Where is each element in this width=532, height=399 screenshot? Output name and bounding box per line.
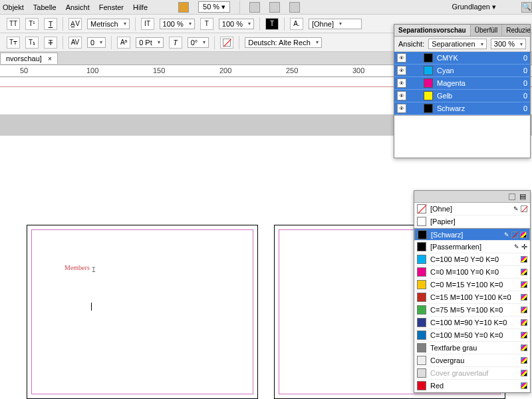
swatch-row[interactable]: C=100 M=50 Y=0 K=0: [414, 329, 530, 342]
swatch-name: Textfarbe grau: [430, 344, 477, 352]
swatch-row[interactable]: C=75 M=5 Y=100 K=0: [414, 304, 530, 317]
edit-locked-icon: ✎: [514, 243, 519, 250]
swatch-name: [Papier]: [430, 217, 456, 225]
menu-objekt[interactable]: Objekt: [3, 3, 24, 11]
visibility-toggle[interactable]: 👁: [397, 104, 406, 113]
document-tab[interactable]: nvorschau] ×: [0, 53, 58, 64]
swatch-name: C=75 M=5 Y=100 K=0: [430, 306, 503, 314]
ink-name: Gelb: [437, 92, 452, 100]
swatches-panel[interactable]: ▤ [Ohne]✎[Papier][Schwarz]✎[Passermarken…: [414, 190, 531, 393]
swatch-row[interactable]: Textfarbe grau: [414, 342, 530, 354]
menu-tabelle[interactable]: Tabelle: [33, 3, 57, 11]
separations-panel[interactable]: Separationsvorschau Überfüll Reduzie Ans…: [394, 24, 531, 158]
separation-row[interactable]: 👁Schwarz0: [394, 102, 530, 115]
swatch-row[interactable]: [Schwarz]✎: [414, 228, 530, 241]
panel-menu-icon[interactable]: ▤: [519, 192, 526, 201]
none-swatch-icon: [417, 204, 426, 213]
ink-value: 0: [523, 92, 527, 100]
registration-icon: ✛: [521, 243, 527, 251]
visibility-toggle[interactable]: 👁: [397, 53, 406, 63]
arrange-icon[interactable]: [289, 2, 300, 13]
fill-proxy-icon[interactable]: [509, 194, 515, 200]
superscript-button[interactable]: TT: [7, 18, 20, 30]
process-color-icon: [521, 357, 527, 364]
search-icon[interactable]: 🔍: [521, 2, 532, 13]
skew-icon: T: [169, 37, 182, 49]
swatch-color-icon: [417, 343, 426, 352]
close-tab-icon[interactable]: ×: [48, 55, 52, 63]
view-mode-select[interactable]: Separationen: [428, 39, 487, 49]
underline-button[interactable]: T: [44, 18, 57, 30]
swatch-row[interactable]: C=0 M=100 Y=0 K=0: [414, 266, 530, 279]
ibeam-cursor-icon: 𝙸: [91, 265, 95, 273]
visibility-toggle[interactable]: 👁: [397, 66, 406, 75]
visibility-toggle[interactable]: 👁: [397, 91, 406, 100]
swatch-color-icon: [417, 293, 426, 302]
menu-fenster[interactable]: Fenster: [99, 3, 124, 11]
bridge-icon[interactable]: [178, 2, 189, 13]
swatch-color-icon: [417, 381, 426, 390]
separation-row[interactable]: 👁CMYK0: [394, 52, 530, 65]
nocolor-icon[interactable]: [220, 37, 233, 49]
swatch-row[interactable]: C=100 M=0 Y=0 K=0: [414, 253, 530, 266]
process-color-icon: [521, 269, 527, 275]
tab-separations[interactable]: Separationsvorschau: [394, 25, 471, 36]
edit-locked-icon: ✎: [504, 231, 509, 238]
tab-flatten[interactable]: Reduzie: [502, 25, 532, 36]
swatch-row[interactable]: [Ohne]✎: [414, 203, 530, 215]
smallcaps-button[interactable]: T¹: [25, 18, 39, 30]
view-options-icon[interactable]: [249, 2, 260, 13]
swatch-name: C=100 M=0 Y=0 K=0: [430, 255, 499, 263]
swatch-row[interactable]: C=0 M=15 Y=100 K=0: [414, 279, 530, 291]
swatch-color-icon: [418, 230, 427, 239]
hscale-select[interactable]: 100 %: [160, 19, 195, 29]
vscale-select[interactable]: 100 %: [219, 19, 254, 29]
swatch-row[interactable]: [Papier]: [414, 215, 530, 228]
allcaps-button[interactable]: Tᴛ: [7, 37, 20, 49]
tracking-select[interactable]: 0: [87, 37, 106, 48]
charstyle-select[interactable]: [Ohne]: [309, 19, 362, 29]
ink-name: Schwarz: [437, 104, 465, 112]
charcolor-icon[interactable]: T: [265, 18, 279, 30]
baseline-select[interactable]: 0 Pt: [136, 37, 164, 48]
separation-row[interactable]: 👁Cyan0: [394, 65, 530, 77]
swatches-list: [Ohne]✎[Papier][Schwarz]✎[Passermarken]✎…: [414, 203, 530, 392]
swatch-color-icon: [417, 217, 426, 226]
menu-hilfe[interactable]: Hilfe: [133, 3, 148, 11]
swatch-row[interactable]: Cover grauverlauf: [414, 367, 530, 380]
language-select[interactable]: Deutsch: Alte Rech: [245, 37, 322, 48]
workspace-picker[interactable]: Grundlagen ▾: [452, 3, 496, 11]
separation-row[interactable]: 👁Magenta0: [394, 77, 530, 90]
swatch-color-icon: [417, 242, 426, 251]
process-color-icon: [521, 332, 527, 338]
swatch-name: C=100 M=50 Y=0 K=0: [430, 331, 503, 339]
swatch-color-icon: [417, 267, 426, 277]
sep-zoom-select[interactable]: 300 %: [491, 39, 526, 49]
menu-ansicht[interactable]: Ansicht: [66, 3, 90, 11]
strike-button[interactable]: T: [44, 37, 57, 49]
visibility-toggle[interactable]: 👁: [397, 78, 406, 88]
swatches-header: ▤: [414, 191, 530, 203]
swatch-name: Covergrau: [430, 356, 464, 364]
ink-value: 0: [523, 79, 527, 87]
screen-mode-icon[interactable]: [269, 2, 280, 13]
skew-select[interactable]: 0°: [188, 37, 209, 48]
subscript-button[interactable]: T₁: [25, 37, 39, 49]
panel-tabs: Separationsvorschau Überfüll Reduzie: [394, 25, 530, 37]
process-color-icon: [521, 307, 527, 313]
cannot-edit-icon: [521, 205, 527, 212]
swatch-row[interactable]: C=100 M=90 Y=10 K=0: [414, 317, 530, 329]
zoom-level[interactable]: 50 % ▾: [198, 1, 230, 13]
swatch-row[interactable]: C=15 M=100 Y=100 K=0: [414, 291, 530, 304]
separation-row[interactable]: 👁Gelb0: [394, 90, 530, 102]
swatch-row[interactable]: Covergrau: [414, 354, 530, 367]
tab-trap[interactable]: Überfüll: [471, 25, 502, 36]
ink-swatch-icon: [424, 78, 433, 88]
swatch-row[interactable]: Red: [414, 380, 530, 392]
text-members[interactable]: Members: [65, 264, 90, 271]
swatch-color-icon: [417, 255, 426, 264]
page-left[interactable]: Members 𝙸: [27, 225, 258, 399]
swatch-name: C=0 M=100 Y=0 K=0: [430, 268, 499, 276]
kerning-select[interactable]: Metrisch: [87, 19, 130, 29]
swatch-row[interactable]: [Passermarken]✎✛: [414, 241, 530, 253]
